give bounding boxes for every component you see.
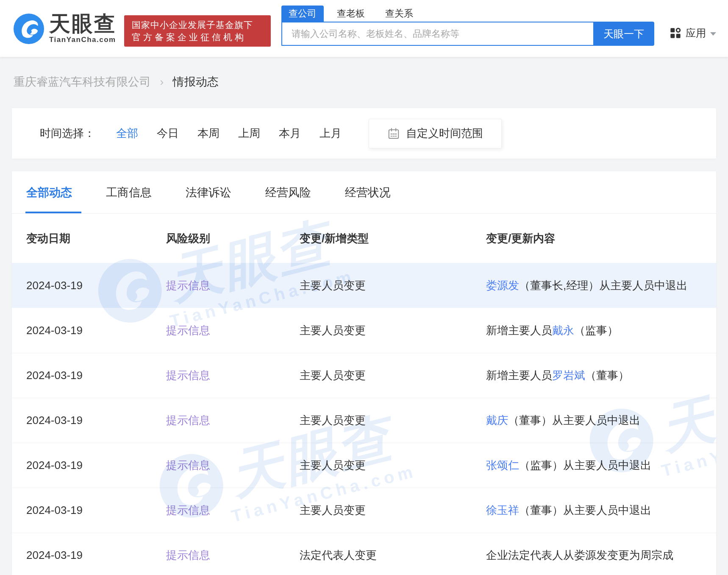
change-content: 新增主要人员罗岩斌（董事）: [472, 368, 716, 383]
column-header-change-content: 变更/更新内容: [472, 231, 716, 246]
gov-badge-line2: 官方备案企业征信机构: [132, 31, 263, 43]
change-content: 娄源发（董事长,经理）从主要人员中退出: [472, 278, 716, 293]
person-link[interactable]: 罗岩斌: [552, 369, 585, 382]
logo-domain: TianYanCha.com: [49, 36, 117, 44]
content-text: （董事）从主要人员中退出: [508, 414, 640, 427]
calendar-icon: [387, 127, 400, 140]
risk-level-link[interactable]: 提示信息: [166, 324, 210, 337]
tab-business-info[interactable]: 工商信息: [106, 185, 152, 200]
time-filter-label: 时间选择：: [40, 126, 95, 141]
tab-all-updates[interactable]: 全部动态: [26, 185, 72, 200]
search-tab-company[interactable]: 查公司: [281, 6, 324, 22]
apps-label: 应用: [686, 26, 706, 40]
risk-level-link[interactable]: 提示信息: [166, 414, 210, 427]
change-type: 主要人员变更: [300, 459, 366, 472]
table-row: 2024-03-19提示信息主要人员变更戴庆（董事）从主要人员中退出: [12, 398, 716, 443]
risk-level-link[interactable]: 提示信息: [166, 369, 210, 382]
change-content: 新增主要人员戴永（监事）: [472, 323, 716, 338]
time-option-this-week[interactable]: 本周: [197, 126, 220, 141]
search-tab-relation[interactable]: 查关系: [378, 6, 420, 22]
table-row: 2024-03-19提示信息主要人员变更张颂仁（监事）从主要人员中退出: [12, 443, 716, 488]
page-title: 情报动态: [173, 75, 219, 88]
site-header: 天眼查 TianYanCha.com 国家中小企业发展子基金旗下 官方备案企业征…: [0, 0, 728, 57]
table-row: 2024-03-19提示信息主要人员变更新增主要人员戴永（监事）: [12, 308, 716, 353]
change-date: 2024-03-19: [26, 459, 83, 472]
content-text: （董事长,经理）从主要人员中退出: [519, 279, 687, 292]
person-link[interactable]: 娄源发: [486, 279, 519, 292]
apps-menu[interactable]: 应用: [670, 26, 716, 40]
risk-level-link[interactable]: 提示信息: [166, 549, 210, 561]
custom-date-range-label: 自定义时间范围: [406, 126, 483, 141]
change-type: 主要人员变更: [300, 279, 366, 292]
risk-level-link[interactable]: 提示信息: [166, 504, 210, 516]
risk-level-link[interactable]: 提示信息: [166, 279, 210, 292]
active-tab-underline: [25, 212, 81, 213]
search-button[interactable]: 天眼一下: [593, 22, 654, 46]
main-tabs: 全部动态 工商信息 法律诉讼 经营风险 经营状况: [12, 171, 716, 214]
breadcrumb: 重庆睿蓝汽车科技有限公司 › 情报动态: [0, 57, 728, 89]
logo-name: 天眼查: [49, 13, 117, 34]
tab-operation-risk[interactable]: 经营风险: [265, 185, 311, 200]
column-header-change-type: 变更/新增类型: [285, 231, 472, 246]
time-option-today[interactable]: 今日: [157, 126, 179, 141]
risk-level-link[interactable]: 提示信息: [166, 459, 210, 472]
change-type: 主要人员变更: [300, 324, 366, 337]
change-date: 2024-03-19: [26, 324, 83, 337]
change-type: 主要人员变更: [300, 414, 366, 427]
time-option-all[interactable]: 全部: [116, 126, 138, 141]
apps-grid-icon: [670, 27, 681, 39]
table-rows: 2024-03-19提示信息主要人员变更娄源发（董事长,经理）从主要人员中退出2…: [12, 263, 716, 575]
change-date: 2024-03-19: [26, 549, 83, 561]
change-type: 主要人员变更: [300, 504, 366, 516]
time-option-last-month[interactable]: 上月: [320, 126, 342, 141]
column-header-risk-level: 风险级别: [152, 231, 285, 246]
change-type: 主要人员变更: [300, 369, 366, 382]
content-text: （监事）从主要人员中退出: [519, 459, 651, 472]
content-text: 企业法定代表人从娄源发变更为周宗成: [486, 549, 673, 561]
table-row: 2024-03-19提示信息主要人员变更新增主要人员罗岩斌（董事）: [12, 353, 716, 398]
content-text: （监事）: [574, 324, 618, 337]
change-content: 张颂仁（监事）从主要人员中退出: [472, 458, 716, 473]
change-date: 2024-03-19: [26, 504, 83, 516]
caret-down-icon: [710, 32, 716, 36]
time-option-this-month[interactable]: 本月: [279, 126, 301, 141]
table-row: 2024-03-19提示信息主要人员变更娄源发（董事长,经理）从主要人员中退出: [12, 263, 716, 308]
intel-feed-card: 全部动态 工商信息 法律诉讼 经营风险 经营状况 变动日期 风险级别 变更/新增…: [12, 171, 716, 575]
change-type: 法定代表人变更: [300, 549, 377, 561]
breadcrumb-company-link[interactable]: 重庆睿蓝汽车科技有限公司: [14, 75, 151, 88]
tab-legal-litigation[interactable]: 法律诉讼: [186, 185, 231, 200]
person-link[interactable]: 张颂仁: [486, 459, 519, 472]
search-input[interactable]: [281, 22, 593, 46]
content-text: 新增主要人员: [486, 324, 552, 337]
search-tab-boss[interactable]: 查老板: [330, 6, 372, 22]
column-header-date: 变动日期: [12, 231, 152, 246]
change-content: 戴庆（董事）从主要人员中退出: [472, 413, 716, 428]
person-link[interactable]: 戴永: [552, 324, 574, 337]
change-date: 2024-03-19: [26, 369, 83, 382]
time-filter-card: 时间选择： 全部 今日 本周 上周 本月 上月 自定义时间范围: [12, 108, 716, 159]
search-box: 查公司 查老板 查关系 天眼一下: [281, 6, 654, 46]
custom-date-range-button[interactable]: 自定义时间范围: [369, 119, 502, 148]
tianyancha-logo[interactable]: 天眼查 TianYanCha.com: [14, 13, 117, 44]
change-date: 2024-03-19: [26, 279, 83, 292]
table-header: 变动日期 风险级别 变更/新增类型 变更/更新内容: [12, 214, 716, 263]
gov-badge-line1: 国家中小企业发展子基金旗下: [132, 19, 263, 31]
time-option-last-week[interactable]: 上周: [238, 126, 260, 141]
search-tabs: 查公司 查老板 查关系: [281, 6, 654, 22]
content-text: 新增主要人员: [486, 369, 552, 382]
tab-operation-status[interactable]: 经营状况: [345, 185, 391, 200]
gov-badge: 国家中小企业发展子基金旗下 官方备案企业征信机构: [124, 15, 271, 47]
person-link[interactable]: 徐玉祥: [486, 504, 519, 516]
table-row: 2024-03-19提示信息主要人员变更徐玉祥（董事）从主要人员中退出: [12, 488, 716, 533]
content-text: （董事）: [585, 369, 629, 382]
table-row: 2024-03-19提示信息法定代表人变更企业法定代表人从娄源发变更为周宗成: [12, 533, 716, 575]
time-filter-options: 全部 今日 本周 上周 本月 上月: [116, 126, 342, 141]
tianyancha-logo-icon: [14, 14, 44, 44]
breadcrumb-separator: ›: [160, 75, 164, 88]
content-text: （董事）从主要人员中退出: [519, 504, 651, 516]
change-date: 2024-03-19: [26, 414, 83, 427]
person-link[interactable]: 戴庆: [486, 414, 508, 427]
change-content: 徐玉祥（董事）从主要人员中退出: [472, 503, 716, 518]
change-content: 企业法定代表人从娄源发变更为周宗成: [472, 548, 716, 563]
